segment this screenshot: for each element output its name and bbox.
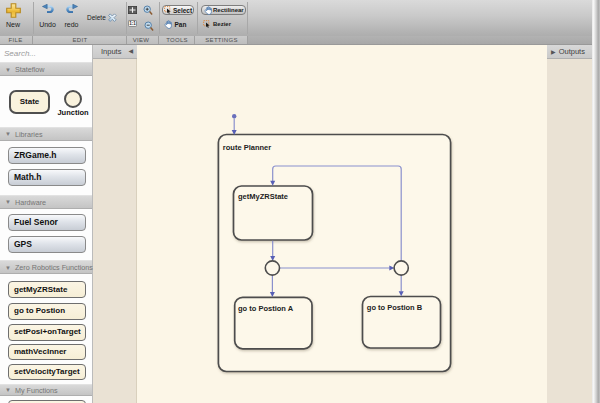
svg-text:1:1: 1:1	[129, 21, 136, 26]
svg-text:go to Postion B: go to Postion B	[367, 303, 423, 312]
svg-text:route Planner: route Planner	[223, 143, 271, 152]
svg-text:getMyZRState: getMyZRState	[238, 192, 288, 201]
svg-text:go to Postion A: go to Postion A	[238, 304, 294, 313]
